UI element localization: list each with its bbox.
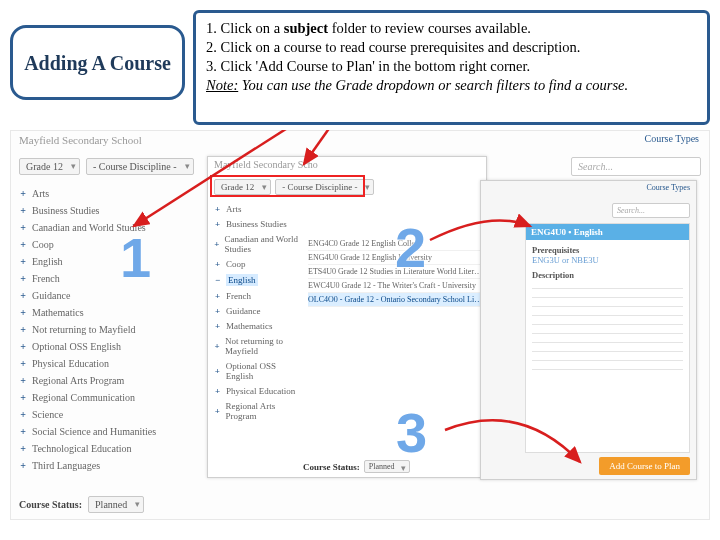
overlay-course-detail: Course Types Search... ENG4U0 • English … xyxy=(480,180,697,480)
instruction-1: 1. Click on a subject folder to review c… xyxy=(206,19,697,38)
subject-folder[interactable]: +Third Languages xyxy=(19,457,209,474)
slide-title: Adding A Course xyxy=(24,51,171,75)
expand-icon: + xyxy=(19,426,27,437)
search-input-3[interactable]: Search... xyxy=(612,203,690,218)
course-detail-panel: ENG4U0 • English Prerequisites ENG3U or … xyxy=(525,223,690,453)
expand-icon: + xyxy=(214,306,221,316)
description-label: Description xyxy=(532,270,683,280)
expand-icon: + xyxy=(214,291,221,301)
subject-folder[interactable]: +Mathematics xyxy=(19,304,209,321)
subject-folder[interactable]: +Guidance xyxy=(214,303,304,318)
expand-icon: + xyxy=(19,460,27,471)
subject-folder[interactable]: +Coop xyxy=(214,256,304,271)
subject-folder[interactable]: +Canadian and World Studies xyxy=(19,219,209,236)
course-types-link[interactable]: Course Types xyxy=(645,133,699,144)
course-status-dropdown-2[interactable]: Planned xyxy=(364,460,410,473)
expand-icon: + xyxy=(214,406,221,416)
search-input[interactable]: Search... xyxy=(571,157,701,176)
expand-icon: + xyxy=(19,324,27,335)
slide-title-box: Adding A Course xyxy=(10,25,185,100)
subject-folder[interactable]: +Science xyxy=(19,406,209,423)
subject-tree-2: +Arts+Business Studies+Canadian and Worl… xyxy=(214,201,304,423)
expand-icon: + xyxy=(214,366,221,376)
course-list: ENG4C0 Grade 12 English CollegeENG4U0 Gr… xyxy=(308,237,483,307)
expand-icon: + xyxy=(19,375,27,386)
subject-folder[interactable]: +Regional Arts Program xyxy=(19,372,209,389)
course-status-label: Course Status: xyxy=(19,499,82,510)
prerequisites-value: ENG3U or NBE3U xyxy=(532,255,683,265)
expand-icon: + xyxy=(19,290,27,301)
course-row[interactable]: ENG4C0 Grade 12 English College xyxy=(308,237,483,251)
expand-icon: + xyxy=(19,392,27,403)
course-row[interactable]: ENG4U0 Grade 12 English University xyxy=(308,251,483,265)
subject-folder[interactable]: +Regional Communication xyxy=(19,389,209,406)
expand-icon: + xyxy=(19,205,27,216)
subject-tree: +Arts+Business Studies+Canadian and Worl… xyxy=(19,185,209,474)
subject-folder[interactable]: +English xyxy=(19,253,209,270)
school-name: Mayfield Secondary School xyxy=(11,131,709,151)
expand-icon: − xyxy=(214,275,221,285)
course-status-bar: Course Status: Planned xyxy=(19,496,144,513)
expand-icon: + xyxy=(19,188,27,199)
subject-folder[interactable]: +Regional Arts Program xyxy=(214,398,304,423)
add-course-to-plan-button[interactable]: Add Course to Plan xyxy=(599,457,690,475)
course-types-link-3[interactable]: Course Types xyxy=(646,183,690,192)
expand-icon: + xyxy=(19,256,27,267)
subject-folder[interactable]: +Not returning to Mayfield xyxy=(19,321,209,338)
subject-folder[interactable]: +Not returning to Mayfield xyxy=(214,333,304,358)
expand-icon: + xyxy=(19,239,27,250)
subject-folder[interactable]: +Business Studies xyxy=(19,202,209,219)
expand-icon: + xyxy=(19,443,27,454)
subject-folder[interactable]: −English xyxy=(214,271,304,288)
subject-folder[interactable]: +Optional OSS English xyxy=(19,338,209,355)
subject-folder[interactable]: +Social Science and Humanities xyxy=(19,423,209,440)
expand-icon: + xyxy=(19,222,27,233)
expand-icon: + xyxy=(214,321,221,331)
grade-dropdown[interactable]: Grade 12 xyxy=(19,158,80,175)
subject-folder[interactable]: +Arts xyxy=(214,201,304,216)
subject-folder[interactable]: +Guidance xyxy=(19,287,209,304)
subject-folder[interactable]: +French xyxy=(214,288,304,303)
subject-folder[interactable]: +Canadian and World Studies xyxy=(214,231,304,256)
course-code-header: ENG4U0 • English xyxy=(526,224,689,240)
instruction-2: 2. Click on a course to read course prer… xyxy=(206,38,697,57)
expand-icon: + xyxy=(19,273,27,284)
expand-icon: + xyxy=(19,358,27,369)
discipline-dropdown-2[interactable]: - Course Discipline - xyxy=(275,179,374,195)
subject-folder[interactable]: +Physical Education xyxy=(19,355,209,372)
expand-icon: + xyxy=(214,386,221,396)
subject-folder[interactable]: +Physical Education xyxy=(214,383,304,398)
subject-folder[interactable]: +Technological Education xyxy=(19,440,209,457)
expand-icon: + xyxy=(214,259,221,269)
expand-icon: + xyxy=(214,204,221,214)
expand-icon: + xyxy=(214,341,220,351)
subject-folder[interactable]: +Optional OSS English xyxy=(214,358,304,383)
subject-folder[interactable]: +Mathematics xyxy=(214,318,304,333)
discipline-dropdown[interactable]: - Course Discipline - xyxy=(86,158,194,175)
instruction-3: 3. Click 'Add Course to Plan' in the bot… xyxy=(206,57,697,76)
instruction-note: Note: You can use the Grade dropdown or … xyxy=(206,76,697,95)
course-row[interactable]: OLC4O0 - Grade 12 - Ontario Secondary Sc… xyxy=(308,293,483,307)
course-row[interactable]: ETS4U0 Grade 12 Studies in Literature Wo… xyxy=(308,265,483,279)
subject-folder[interactable]: +Business Studies xyxy=(214,216,304,231)
course-status-dropdown[interactable]: Planned xyxy=(88,496,144,513)
subject-folder[interactable]: +French xyxy=(19,270,209,287)
subject-folder[interactable]: +Arts xyxy=(19,185,209,202)
prerequisites-label: Prerequisites xyxy=(532,245,683,255)
expand-icon: + xyxy=(214,219,221,229)
course-row[interactable]: EWC4U0 Grade 12 - The Writer's Craft - U… xyxy=(308,279,483,293)
expand-icon: + xyxy=(19,409,27,420)
expand-icon: + xyxy=(214,239,219,249)
overlay-expanded-subject: Mayfield Secondary Scho Grade 12 - Cours… xyxy=(207,156,487,478)
grade-dropdown-2[interactable]: Grade 12 xyxy=(214,179,271,195)
expand-icon: + xyxy=(19,307,27,318)
school-name-2: Mayfield Secondary Scho xyxy=(208,157,486,175)
course-status-label-2: Course Status: xyxy=(303,462,360,472)
subject-folder[interactable]: +Coop xyxy=(19,236,209,253)
expand-icon: + xyxy=(19,341,27,352)
instructions-box: 1. Click on a subject folder to review c… xyxy=(193,10,710,125)
